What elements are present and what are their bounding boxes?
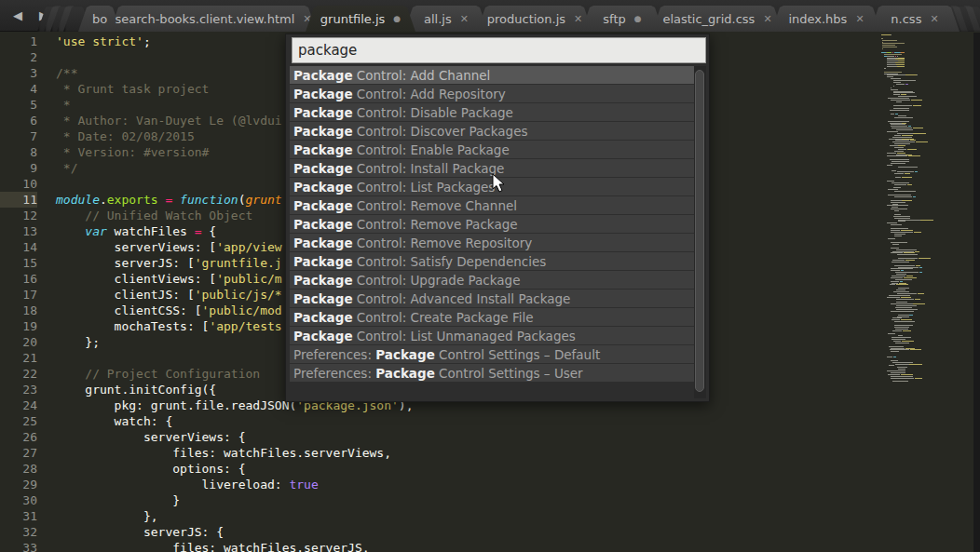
line-number: 18 <box>0 303 37 318</box>
sublime-text-window: ◀ ▶ bosearch-books.client.view.html✕grun… <box>0 0 980 552</box>
minimap-line <box>881 129 973 130</box>
palette-item[interactable]: Package Control: Advanced Install Packag… <box>290 289 694 308</box>
line-number: 24 <box>0 397 37 413</box>
editor-scrollbar[interactable] <box>973 33 980 552</box>
code-token: /** <box>56 66 77 80</box>
palette-scrollbar-thumb[interactable] <box>695 70 704 392</box>
minimap-line <box>881 124 973 125</box>
code-token: * Author: Van-Duyet Le (@lvdui <box>56 114 282 128</box>
minimap-line <box>881 91 973 92</box>
minimap-line <box>881 92 973 93</box>
nav-back-icon[interactable]: ◀ <box>13 7 22 24</box>
minimap-line <box>881 96 973 97</box>
minimap-line <box>881 297 973 298</box>
tab-production-js[interactable]: production.js✕ <box>477 6 592 32</box>
code-token: // Project Configuration <box>85 367 260 381</box>
minimap-line <box>881 286 973 287</box>
line-number: 10 <box>0 176 37 192</box>
palette-item[interactable]: Package Control: List Unmanaged Packages <box>290 327 694 345</box>
palette-item[interactable]: Package Control: Remove Channel <box>290 196 694 215</box>
minimap-line <box>881 374 973 375</box>
line-number: 3 <box>0 65 37 81</box>
palette-item[interactable]: Package Control: Disable Package <box>290 103 694 122</box>
minimap-line <box>881 66 973 67</box>
minimap-line <box>881 198 973 199</box>
tab-index-hbs[interactable]: index.hbs✕ <box>771 6 881 32</box>
line-number: 22 <box>0 366 37 382</box>
command-palette-results: Package Control: Add ChannelPackage Cont… <box>290 66 694 383</box>
minimap-line <box>881 210 973 211</box>
minimap-line <box>881 42 973 43</box>
palette-item[interactable]: Package Control: Remove Package <box>290 215 694 234</box>
minimap-line <box>881 40 973 41</box>
tab-n-css[interactable]: n.css✕ <box>870 6 960 32</box>
code-token: watchFiles <box>107 224 195 238</box>
tab-elastic-grid-css[interactable]: elastic_grid.css✕ <box>652 6 783 32</box>
line-number: 26 <box>0 429 37 445</box>
line-number: 17 <box>0 287 37 303</box>
command-palette-input[interactable] <box>292 37 706 63</box>
minimap-line <box>881 207 973 208</box>
minimap-line <box>881 74 973 74</box>
minimap-line <box>881 68 973 69</box>
minimap-line <box>881 218 973 219</box>
minimap-line <box>881 121 973 122</box>
tab-sftp[interactable]: sftp● <box>581 6 663 32</box>
minimap-line <box>881 209 973 209</box>
minimap-line <box>881 370 973 371</box>
palette-item[interactable]: Package Control: Satisfy Dependencies <box>290 252 694 271</box>
minimap[interactable] <box>881 34 973 552</box>
minimap-line <box>881 343 973 343</box>
code-token: . <box>100 193 107 207</box>
minimap-line <box>881 303 973 304</box>
code-token: * Version: #version# <box>56 145 209 159</box>
palette-item[interactable]: Package Control: Add Channel <box>290 66 694 85</box>
code-token: watch: { <box>56 414 172 428</box>
dirty-dot-icon: ● <box>634 15 642 23</box>
close-icon[interactable]: ✕ <box>763 14 771 24</box>
minimap-line <box>881 263 973 264</box>
palette-scrollbar-track[interactable] <box>694 66 706 398</box>
palette-item[interactable]: Package Control: Add Repository <box>290 85 694 103</box>
minimap-line <box>881 187 973 188</box>
minimap-line <box>881 358 973 359</box>
code-token: 'app/view <box>216 240 281 254</box>
minimap-line <box>881 380 973 381</box>
minimap-line <box>881 175 973 176</box>
tab-search-books-client-view-html[interactable]: search-books.client.view.html✕ <box>110 6 317 32</box>
palette-item[interactable]: Package Control: Upgrade Package <box>290 271 694 289</box>
minimap-line <box>881 78 973 79</box>
minimap-line <box>881 61 973 61</box>
palette-item[interactable]: Package Control: Enable Package <box>290 141 694 159</box>
palette-item[interactable]: Package Control: Remove Repository <box>290 234 694 252</box>
palette-item[interactable]: Preferences: Package Control Settings – … <box>290 345 694 364</box>
minimap-line <box>881 47 973 47</box>
palette-item[interactable]: Preferences: Package Control Settings – … <box>290 364 694 383</box>
code-token: // Unified Watch Object <box>85 209 252 222</box>
minimap-line <box>881 267 973 268</box>
code-token: 'public/js/* <box>195 288 282 302</box>
mouse-cursor <box>492 173 505 193</box>
minimap-line <box>881 196 973 197</box>
minimap-line <box>881 171 973 172</box>
tab-label: bo <box>92 12 107 26</box>
tab-all-js[interactable]: all.js✕ <box>404 6 488 32</box>
minimap-line <box>881 112 973 113</box>
close-icon[interactable]: ✕ <box>574 14 582 24</box>
minimap-line <box>881 216 973 217</box>
minimap-line <box>881 48 973 49</box>
close-icon[interactable]: ✕ <box>930 14 938 24</box>
minimap-line <box>881 364 973 365</box>
minimap-line <box>881 108 973 109</box>
tab-gruntfile-js[interactable]: gruntfile.js● <box>306 6 415 32</box>
close-icon[interactable]: ✕ <box>855 14 864 24</box>
minimap-line <box>881 268 973 269</box>
minimap-line <box>881 369 973 370</box>
minimap-line <box>881 74 973 75</box>
minimap-line <box>881 357 973 357</box>
code-token: grunt.initConfig({ <box>56 383 216 397</box>
close-icon[interactable]: ✕ <box>460 14 469 24</box>
minimap-line <box>881 281 973 282</box>
palette-item[interactable]: Package Control: Create Package File <box>290 308 694 327</box>
palette-item[interactable]: Package Control: Discover Packages <box>290 122 694 141</box>
